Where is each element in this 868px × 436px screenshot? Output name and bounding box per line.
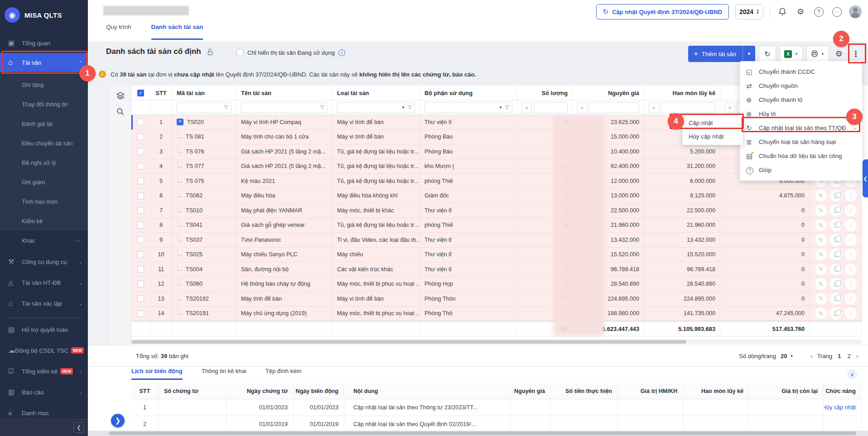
filter-qty-input[interactable] [534,102,568,113]
add-asset-button[interactable]: +Thêm tài sản ▼ [688,46,755,62]
equals-operator[interactable]: = [577,102,587,113]
sidebar-subitem-more[interactable]: Khác ⋯ [0,231,88,250]
user-avatar[interactable] [849,5,862,18]
expand-plus-icon[interactable]: + [177,119,183,125]
sidebar-group-item[interactable]: Tài sản xác lập ⌄ [0,293,88,314]
select-all-checkbox[interactable]: ✓ [137,90,144,96]
sidebar-bottom-item[interactable]: Báo cáo ⌄ [0,382,88,402]
window-horizontal-scrollbar[interactable] [88,431,868,436]
row-menu-icon[interactable]: ⋮ [845,234,857,246]
year-stepper-icon[interactable]: ▲▼ [756,9,759,14]
edit-icon[interactable]: ✎ [815,190,827,201]
menu-item[interactable]: Chuyển thành CCDC [740,65,862,79]
sidebar-subitem[interactable]: Thay đổi thông tin [0,95,88,114]
sidebar-subitem[interactable]: Kiểm kê [0,211,88,231]
row-checkbox[interactable] [137,251,144,258]
tab-asset-list[interactable]: Danh sách tài sản [151,24,203,40]
edit-icon[interactable]: ✎ [815,307,827,319]
year-selector[interactable]: 2024 ▲▼ [735,4,763,19]
menu-item[interactable]: Chuẩn hóa dữ liệu tài sản công [740,149,862,163]
layers-icon[interactable] [116,91,125,100]
row-checkbox[interactable] [137,281,144,287]
rows-per-page-select[interactable]: 20▼ [781,353,793,359]
tab-attachments[interactable]: Tệp đính kèm [265,368,302,380]
row-menu-icon[interactable]: ⋮ [845,249,857,260]
filter-code-input[interactable] [177,102,231,113]
menu-item[interactable]: Hủy lô [740,107,862,121]
equals-operator[interactable]: = [649,102,659,113]
menu-item[interactable]: Giúp [740,163,862,177]
row-checkbox[interactable] [137,295,144,302]
history-row[interactable]: 1 01/01/2023 01/01/2023 Cập nhật loại tà… [131,399,862,416]
sidebar-bottom-item[interactable]: Hỗ trợ quyết toán [0,319,88,340]
sidebar-subitem[interactable]: Tính hao mòn [0,192,88,211]
notifications-bell-icon[interactable] [776,6,788,18]
edit-icon[interactable]: ✎ [815,278,827,290]
table-row[interactable]: 7 TS010 Máy phát điện YANMAR Máy móc, th… [131,203,862,218]
add-asset-dropdown-icon[interactable]: ▼ [743,46,755,62]
info-icon[interactable]: i [338,49,345,56]
row-menu-icon[interactable]: ⋮ [845,205,857,216]
more-actions-kebab-icon[interactable]: ⋮ [849,46,863,62]
col-header-cost[interactable]: Nguyên giá [573,86,644,100]
col-header-name[interactable]: Tên tài sản [236,86,333,100]
sidebar-collapse-icon[interactable]: ❮ [73,422,84,433]
refresh-button[interactable]: ↻ [759,46,776,62]
row-checkbox[interactable] [137,163,144,170]
row-menu-icon[interactable]: ⋮ [845,293,857,305]
tab-change-history[interactable]: Lịch sử biến động [131,368,183,380]
detail-collapse-icon[interactable]: ∨ [847,369,857,379]
row-checkbox[interactable] [137,148,144,155]
next-page-icon[interactable]: › [856,353,858,359]
menu-item[interactable]: Cập nhật loại tài sản theo TT/QĐ › [740,121,862,135]
sidebar-subitem[interactable]: Đề nghị xử lý [0,153,88,172]
funnel-icon[interactable] [320,105,325,110]
col-header-dept[interactable]: Bộ phận sử dụng [420,86,517,100]
tab-declaration-info[interactable]: Thông tin kê khai [202,368,246,380]
filter-name-input[interactable] [241,102,328,113]
equals-operator[interactable]: = [522,102,532,113]
copy-icon[interactable] [830,205,842,216]
page-number[interactable]: 1 [837,353,842,359]
edit-icon[interactable]: ✎ [815,264,827,275]
prev-page-icon[interactable]: ‹ [810,353,812,359]
copy-icon[interactable] [830,190,842,201]
unlock-icon[interactable] [207,48,214,56]
table-row[interactable]: 8 TS041 Giá sách gỗ ghép venear Tủ, giá … [131,218,862,233]
cancel-update-link[interactable]: Hủy cập nhật [824,404,856,411]
filter-dep-input[interactable] [661,102,715,113]
sidebar-subitem[interactable]: Điều chuyển tài sản [0,134,88,153]
filter-dept-select[interactable]: ▼ [424,102,512,113]
row-menu-icon[interactable]: ⋮ [845,307,857,319]
copy-icon[interactable] [830,234,842,246]
edit-icon[interactable]: ✎ [815,249,827,260]
table-row[interactable]: 6 TS062 Máy điều hòa Máy điều hòa không … [131,189,862,204]
row-checkbox[interactable] [137,236,144,243]
row-checkbox[interactable] [137,192,144,199]
menu-item[interactable]: Chuyển nguồn [740,79,862,93]
row-menu-icon[interactable]: ⋮ [845,278,857,290]
table-row[interactable]: 9 TS037 Tvivi Panasonic Ti vi, đầu Video… [131,233,862,248]
row-checkbox[interactable] [137,310,144,317]
row-checkbox[interactable] [137,119,144,125]
sidebar-item-assets[interactable]: Tài sản ⌃ [0,53,88,72]
in-use-checkbox[interactable] [236,49,244,56]
row-menu-icon[interactable]: ⋮ [845,190,857,201]
copy-icon[interactable] [830,307,842,319]
sidebar-subitem[interactable]: Đánh giá lại [0,114,88,134]
copy-icon[interactable] [830,293,842,305]
copy-icon[interactable] [830,249,842,260]
row-checkbox[interactable] [137,177,144,184]
table-row[interactable]: 11 TS004 Sân, đường nội bộ Các vật kiến … [131,262,862,277]
col-header-stt[interactable]: STT [150,86,172,100]
table-row[interactable]: 10 TS025 Máy chiếu Sanyo PLC Máy chiếu T… [131,248,862,263]
row-menu-icon[interactable]: ⋮ [845,219,857,231]
sidebar-group-item[interactable]: Tài sản HT-ĐB ⌄ [0,272,88,293]
copy-icon[interactable] [830,264,842,275]
more-options-icon[interactable]: ⋯ [831,6,843,18]
search-icon[interactable] [116,107,125,116]
row-checkbox[interactable] [137,266,144,273]
export-excel-button[interactable]: X ▼ [780,46,803,62]
sidebar-item-overview[interactable]: Tổng quan [0,34,88,53]
update-decision-button[interactable]: ↻ Cập nhật Quyết định 37/2024/QĐ-UBND [596,4,729,19]
